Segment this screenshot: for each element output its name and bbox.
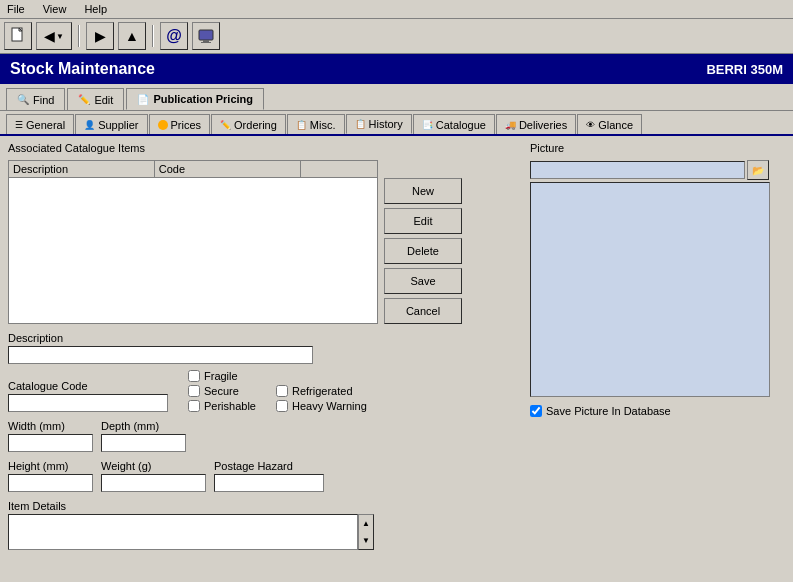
- separator-2: [152, 25, 154, 47]
- title-bar: Stock Maintenance BERRI 350M: [0, 54, 793, 84]
- secure-label: Secure: [204, 385, 239, 397]
- weight-input[interactable]: [101, 474, 206, 492]
- tab-misc[interactable]: 📋 Misc.: [287, 114, 345, 134]
- postage-hazard-input[interactable]: [214, 474, 324, 492]
- title-extra: BERRI 350M: [706, 62, 783, 77]
- col-extra: [301, 161, 377, 177]
- picture-display: [530, 182, 770, 397]
- menu-bar: File View Help: [0, 0, 793, 19]
- toolbar: ◀ ▼ ▶ ▲ @: [0, 19, 793, 54]
- new-doc-button[interactable]: [4, 22, 32, 50]
- save-picture-row: Save Picture In Database: [530, 405, 785, 417]
- cancel-button[interactable]: Cancel: [384, 298, 462, 324]
- separator-1: [78, 25, 80, 47]
- catalogue-code-label: Catalogue Code: [8, 380, 168, 392]
- menu-view[interactable]: View: [40, 2, 70, 16]
- checkbox-perishable-row: Perishable: [188, 400, 256, 412]
- screen-button[interactable]: [192, 22, 220, 50]
- fragile-checkbox[interactable]: [188, 370, 200, 382]
- col-description: Description: [9, 161, 155, 177]
- depth-label: Depth (mm): [101, 420, 186, 432]
- tab-prices[interactable]: Prices: [149, 114, 211, 134]
- perishable-checkbox[interactable]: [188, 400, 200, 412]
- postage-hazard-label: Postage Hazard: [214, 460, 324, 472]
- item-details-label: Item Details: [8, 500, 522, 512]
- picture-url-input[interactable]: [530, 161, 745, 179]
- forward-button[interactable]: ▶: [86, 22, 114, 50]
- checkbox-secure-row: Secure: [188, 385, 256, 397]
- heavy-warning-checkbox[interactable]: [276, 400, 288, 412]
- save-button[interactable]: Save: [384, 268, 462, 294]
- refrigerated-label: Refrigerated: [292, 385, 353, 397]
- tabs-row-2: ☰ General 👤 Supplier Prices ✏️ Ordering …: [0, 111, 793, 136]
- page-title: Stock Maintenance: [10, 60, 155, 78]
- item-details-scroll-up[interactable]: ▲: [359, 515, 373, 532]
- item-details-scroll-down[interactable]: ▼: [359, 532, 373, 549]
- tab-glance[interactable]: 👁 Glance: [577, 114, 642, 134]
- checkboxes-left: Fragile Secure Perishable: [188, 370, 256, 412]
- catalogue-table: Description Code: [8, 160, 378, 324]
- checkbox-refrigerated-row: Refrigerated: [276, 385, 367, 397]
- tab-edit[interactable]: ✏️ Edit: [67, 88, 124, 110]
- height-input[interactable]: [8, 474, 93, 492]
- table-header: Description Code: [9, 161, 377, 178]
- picture-browse-button[interactable]: 📂: [747, 160, 769, 180]
- width-label: Width (mm): [8, 420, 93, 432]
- fragile-label: Fragile: [204, 370, 238, 382]
- checkbox-fragile-row: Fragile: [188, 370, 256, 382]
- tab-deliveries[interactable]: 🚚 Deliveries: [496, 114, 576, 134]
- tab-history[interactable]: 📋 History: [346, 114, 412, 134]
- table-body: [9, 178, 377, 288]
- upload-button[interactable]: ▲: [118, 22, 146, 50]
- heavy-warning-label: Heavy Warning: [292, 400, 367, 412]
- depth-input[interactable]: [101, 434, 186, 452]
- svg-rect-3: [201, 42, 211, 43]
- edit-button[interactable]: Edit: [384, 208, 462, 234]
- description-label: Description: [8, 332, 522, 344]
- associated-catalogue-label: Associated Catalogue Items: [8, 142, 522, 154]
- back-button[interactable]: ◀ ▼: [36, 22, 72, 50]
- catalogue-code-input[interactable]: [8, 394, 168, 412]
- height-label: Height (mm): [8, 460, 93, 472]
- new-button[interactable]: New: [384, 178, 462, 204]
- picture-label: Picture: [530, 142, 785, 154]
- weight-label: Weight (g): [101, 460, 206, 472]
- tab-publication-pricing[interactable]: 📄 Publication Pricing: [126, 88, 264, 110]
- svg-rect-2: [203, 40, 209, 42]
- save-picture-checkbox[interactable]: [530, 405, 542, 417]
- description-input[interactable]: [8, 346, 313, 364]
- delete-button[interactable]: Delete: [384, 238, 462, 264]
- tab-ordering[interactable]: ✏️ Ordering: [211, 114, 286, 134]
- checkbox-heavy-warning-row: Heavy Warning: [276, 400, 367, 412]
- refrigerated-checkbox[interactable]: [276, 385, 288, 397]
- tabs-row-1: 🔍 Find ✏️ Edit 📄 Publication Pricing: [0, 84, 793, 111]
- menu-help[interactable]: Help: [81, 2, 110, 16]
- menu-file[interactable]: File: [4, 2, 28, 16]
- tab-general[interactable]: ☰ General: [6, 114, 74, 134]
- right-panel: Picture 📂 Save Picture In Database: [530, 142, 785, 417]
- tab-catalogue[interactable]: 📑 Catalogue: [413, 114, 495, 134]
- tab-find[interactable]: 🔍 Find: [6, 88, 65, 110]
- email-button[interactable]: @: [160, 22, 188, 50]
- tab-supplier[interactable]: 👤 Supplier: [75, 114, 147, 134]
- save-picture-label: Save Picture In Database: [546, 405, 671, 417]
- svg-rect-1: [199, 30, 213, 40]
- checkboxes-right: Refrigerated Heavy Warning: [276, 385, 367, 412]
- item-details-input[interactable]: [8, 514, 358, 550]
- secure-checkbox[interactable]: [188, 385, 200, 397]
- width-input[interactable]: [8, 434, 93, 452]
- col-code: Code: [155, 161, 301, 177]
- perishable-label: Perishable: [204, 400, 256, 412]
